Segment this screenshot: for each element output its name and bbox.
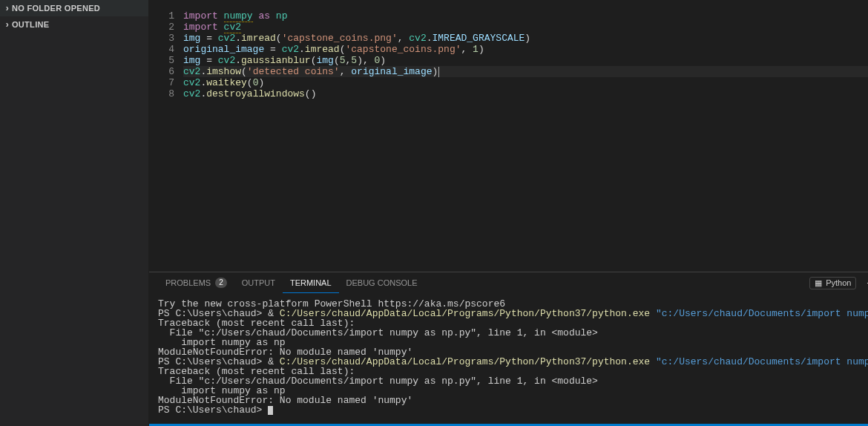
code-line[interactable]: cv2.destroyallwindows() — [183, 88, 868, 99]
code-line[interactable]: cv2.waitkey(0) — [183, 77, 868, 88]
terminal-line: PS C:\Users\chaud> — [158, 405, 868, 415]
line-number: 5 — [149, 55, 174, 66]
terminal-output[interactable]: Try the new cross-platform PowerShell ht… — [149, 293, 868, 424]
bottom-panel: PROBLEMS 2 OUTPUT TERMINAL DEBUG CONSOLE… — [149, 272, 868, 424]
line-number: 4 — [149, 44, 174, 55]
line-number: 7 — [149, 77, 174, 88]
code-line[interactable]: img = cv2.imread('capstone_coins.png', c… — [183, 33, 868, 44]
chevron-right-icon: › — [3, 3, 12, 13]
tab-output-label: OUTPUT — [242, 278, 275, 287]
new-terminal-icon[interactable]: + — [864, 277, 868, 289]
terminal-cursor — [268, 406, 273, 415]
chevron-right-icon: › — [3, 19, 12, 30]
sidebar-outline-label: OUTLINE — [12, 20, 49, 29]
line-number-gutter: 12345678 — [149, 4, 183, 272]
tab-problems-label: PROBLEMS — [165, 278, 211, 287]
tab-problems[interactable]: PROBLEMS 2 — [158, 272, 234, 293]
tab-debug-label: DEBUG CONSOLE — [346, 278, 418, 287]
terminal-kind-selector[interactable]: ▦ Python — [809, 277, 856, 289]
text-cursor — [438, 67, 439, 77]
tab-terminal-label: TERMINAL — [290, 278, 332, 287]
tab-terminal[interactable]: TERMINAL — [283, 272, 339, 293]
sidebar-section-no-folder[interactable]: › NO FOLDER OPENED — [0, 0, 148, 16]
sidebar: › NO FOLDER OPENED › OUTLINE — [0, 0, 149, 426]
line-number: 1 — [149, 10, 174, 22]
tab-output[interactable]: OUTPUT — [234, 272, 283, 293]
terminal-kind-label: Python — [826, 278, 851, 287]
code-line[interactable]: import numpy as np — [183, 10, 868, 22]
panel-tabs: PROBLEMS 2 OUTPUT TERMINAL DEBUG CONSOLE… — [149, 272, 868, 293]
python-icon: ▦ — [815, 278, 822, 288]
code-line[interactable]: img = cv2.gaussianblur(img(5,5), 0) — [183, 55, 868, 66]
line-number: 8 — [149, 88, 174, 99]
sidebar-no-folder-label: NO FOLDER OPENED — [12, 4, 100, 13]
code-area[interactable]: import numpy as npimport cv2img = cv2.im… — [183, 4, 868, 272]
editor[interactable]: 12345678 import numpy as npimport cv2img… — [149, 4, 868, 272]
tab-debug-console[interactable]: DEBUG CONSOLE — [339, 272, 425, 293]
code-line[interactable]: cv2.imshow('detected coins', original_im… — [183, 66, 868, 77]
line-number: 6 — [149, 66, 174, 77]
sidebar-section-outline[interactable]: › OUTLINE — [0, 16, 148, 33]
code-line[interactable]: import cv2 — [183, 22, 868, 33]
line-number: 3 — [149, 33, 174, 44]
code-line[interactable]: original_image = cv2.imread('capstone_co… — [183, 44, 868, 55]
line-number: 2 — [149, 22, 174, 33]
problems-count-badge: 2 — [215, 278, 227, 288]
